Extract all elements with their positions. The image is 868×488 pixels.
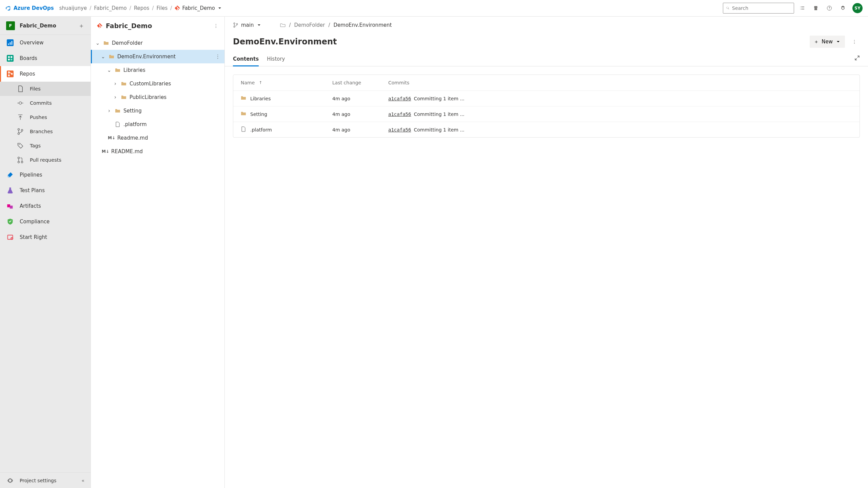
tree-node-readme-upper[interactable]: M↓README.md [91,145,224,158]
svg-point-21 [234,26,235,27]
chevron-down-icon [256,22,262,28]
nav-overview[interactable]: Overview [0,35,91,50]
tree-node-platform-file[interactable]: .platform [91,118,224,131]
table-row[interactable]: .platform4m agoa1cafa56Committing 1 item… [233,122,860,137]
folder-outline-icon [280,22,285,28]
settings-icon[interactable] [837,3,848,14]
azure-devops-logo[interactable]: Azure DevOps [5,5,54,11]
table-row[interactable]: Libraries4m agoa1cafa56Committing 1 item… [233,90,860,106]
tab-history[interactable]: History [267,53,285,66]
svg-rect-17 [10,206,13,209]
chevron-down-icon [217,5,222,11]
tree-node-publiclibraries[interactable]: ›PublicLibraries [91,90,224,104]
folder-icon [121,95,126,100]
folder-icon [241,95,246,102]
tree-repo-more-icon[interactable]: ⋮ [214,23,218,28]
row-commit-hash[interactable]: a1cafa56 [388,127,411,133]
compliance-icon [7,218,14,225]
folder-icon [115,108,120,114]
path-demofolder[interactable]: DemoFolder [294,22,325,28]
nav-start-right[interactable]: Start Right [0,229,91,245]
top-bar: Azure DevOps shuaijunye / Fabric_Demo / … [0,0,868,17]
tags-icon [17,142,24,149]
work-items-icon[interactable] [797,3,808,14]
collapse-nav-icon[interactable]: « [81,478,84,483]
nav-compliance[interactable]: Compliance [0,214,91,229]
test-plans-icon [7,187,14,194]
folder-icon [121,81,126,86]
svg-point-5 [8,75,10,77]
nav-files[interactable]: Files [0,82,91,96]
content-more-icon[interactable]: ⋮ [849,36,860,47]
table-row[interactable]: Setting4m agoa1cafa56Committing 1 item .… [233,106,860,122]
crumb-project[interactable]: Fabric_Demo [94,5,127,11]
svg-point-14 [21,161,23,163]
nav-branches[interactable]: Branches [0,124,91,139]
tree-node-more-icon[interactable]: ⋮ [215,54,220,60]
tree-node-libraries[interactable]: ⌄Libraries [91,63,224,77]
search-input[interactable] [732,5,791,11]
chevron-right-icon: › [106,108,112,114]
svg-point-12 [18,157,20,159]
crumb-repo-selector[interactable]: Fabric_Demo [175,5,222,11]
plus-icon: ＋ [814,39,819,45]
row-filename: Setting [250,111,267,117]
crumb-org[interactable]: shuaijunye [59,5,87,11]
marketplace-icon[interactable] [810,3,821,14]
col-commits[interactable]: Commits [388,80,852,85]
project-header[interactable]: F Fabric_Demo ＋ [0,17,91,35]
nav-pull-requests[interactable]: Pull requests [0,153,91,167]
row-last-change: 4m ago [332,127,385,133]
fullscreen-icon[interactable] [854,55,860,62]
folder-icon [109,54,114,59]
svg-rect-2 [7,55,14,62]
boards-icon [7,55,14,62]
svg-point-22 [236,23,238,25]
svg-point-10 [21,129,23,131]
chevron-down-icon: ⌄ [100,54,106,60]
tree-node-customlibraries[interactable]: ›CustomLibraries [91,77,224,90]
svg-rect-16 [7,204,10,207]
nav-test-plans[interactable]: Test Plans [0,183,91,198]
new-button[interactable]: ＋ New [810,36,845,48]
file-tree-panel: Fabric_Demo ⋮ ⌄DemoFolder ⌄DemoEnv.Envir… [91,17,225,488]
tree-node-demofolder[interactable]: ⌄DemoFolder [91,36,224,50]
tree-repo-name[interactable]: Fabric_Demo [106,22,210,29]
add-project-icon[interactable]: ＋ [78,22,84,30]
tree-node-demoenv[interactable]: ⌄DemoEnv.Environment⋮ [91,50,224,63]
file-icon [241,126,246,133]
crumb-section[interactable]: Repos [134,5,150,11]
nav-pushes[interactable]: Pushes [0,110,91,124]
tree-node-readme-lower[interactable]: M↓Readme.md [91,131,224,145]
col-name[interactable]: Name ↑ [241,80,329,85]
search-icon [726,5,729,11]
tab-contents[interactable]: Contents [233,53,259,66]
row-commit-msg: Committing 1 item ... [414,96,464,101]
markdown-icon: M↓ [108,135,115,141]
svg-point-15 [8,176,9,178]
tree-node-setting[interactable]: ›Setting [91,104,224,118]
branches-icon [17,128,24,135]
nav-project-settings[interactable]: Project settings « [0,472,91,488]
nav-repos[interactable]: Repos [0,66,91,82]
nav-pipelines[interactable]: Pipelines [0,167,91,183]
pipelines-icon [7,171,14,178]
repos-icon [7,70,14,77]
crumb-sub[interactable]: Files [156,5,167,11]
nav-artifacts[interactable]: Artifacts [0,198,91,214]
row-commit-msg: Committing 1 item ... [414,111,464,117]
nav-boards[interactable]: Boards [0,50,91,66]
col-last-change[interactable]: Last change [332,80,385,85]
help-icon[interactable] [824,3,835,14]
row-filename: Libraries [250,96,271,101]
branch-selector[interactable]: main [233,22,262,28]
nav-commits[interactable]: Commits [0,96,91,110]
svg-point-8 [18,128,20,130]
row-commit-hash[interactable]: a1cafa56 [388,111,411,117]
svg-point-13 [18,161,20,163]
nav-tags[interactable]: Tags [0,139,91,153]
search-box[interactable] [723,3,794,14]
row-commit-hash[interactable]: a1cafa56 [388,96,411,101]
user-avatar[interactable]: SY [852,3,863,13]
chevron-down-icon [835,39,841,44]
